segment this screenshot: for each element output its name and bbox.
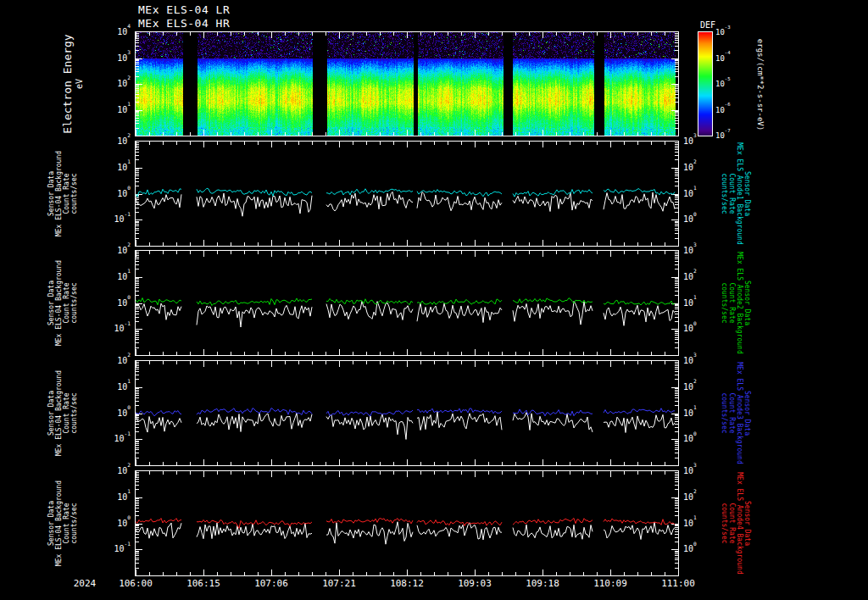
plot-title-hr: MEx ELS-04 HR (138, 17, 230, 30)
line-panel-right-label-line: Sensor Data (743, 471, 751, 575)
x-axis-tick-label: 107:06 (248, 578, 295, 589)
line-panel-right-label-line: Count Rate (728, 142, 736, 246)
line-panel-right-label-line: MEx ELS Anode3 Background (736, 361, 743, 465)
line-panel-3-canvas (136, 361, 678, 465)
line-panel-2-left-tick-label: 100 (90, 298, 131, 308)
line-panel-right-label-line: Count Rate (728, 361, 736, 465)
spectrogram-y-axis-label: Electron Energy eV (61, 32, 90, 136)
line-panel-right-label-line: Count Rate (728, 251, 736, 355)
line-panel-left-label-line: Sensor Data (47, 361, 55, 465)
line-panel-1-left-label: Sensor DataMEx ELS-04 BackgroundCount Ra… (47, 142, 80, 246)
line-panel-left-label-line: counts/sec (70, 471, 78, 575)
line-panel-left-label-line: MEx ELS-04 Background (55, 471, 63, 575)
line-panel-3-left-tick-label: 10-1 (90, 434, 131, 443)
line-panel-right-label-line: MEx ELS Anode1 Background (736, 142, 743, 246)
line-panel-3-left-label: Sensor DataMEx ELS-04 BackgroundCount Ra… (47, 361, 80, 465)
line-panel-3 (135, 360, 679, 466)
line-panel-2-right-label: Sensor DataMEx ELS Anode2 BackgroundCoun… (717, 251, 751, 355)
line-panel-4-left-tick-label: 10-1 (90, 544, 131, 553)
line-panel-right-label-line: counts/sec (721, 471, 728, 575)
line-panel-left-label-line: Count Rate (63, 251, 70, 355)
colorbar-tick-label: 10-6 (715, 106, 753, 114)
line-panel-left-label-line: Sensor Data (47, 471, 55, 575)
plot-root: MEx ELS-04 LR MEx ELS-04 HR Electron Ene… (0, 0, 868, 600)
line-panel-1-canvas (136, 142, 678, 246)
line-panel-left-label-line: counts/sec (70, 142, 78, 246)
line-panel-left-label-line: MEx ELS-04 Background (55, 142, 63, 246)
line-panel-left-label-line: Count Rate (63, 142, 70, 246)
line-panel-right-label-line: counts/sec (721, 142, 728, 246)
colorbar-unit-label: ergs/(cm**2-s-sr-eV) (754, 22, 765, 147)
line-panel-1-left-tick-label: 102 (90, 136, 131, 146)
line-panel-1-right-label: Sensor DataMEx ELS Anode1 BackgroundCoun… (717, 142, 751, 246)
line-panel-right-label-line: Sensor Data (743, 251, 751, 355)
colorbar (698, 31, 713, 136)
colorbar-tick-label: 10-7 (715, 131, 753, 140)
colorbar-tick-label: 10-3 (715, 28, 753, 36)
line-panel-left-label-line: counts/sec (70, 251, 78, 355)
line-panel-2-left-label: Sensor DataMEx ELS-04 BackgroundCount Ra… (47, 251, 80, 355)
line-panel-2-left-tick-label: 101 (90, 272, 131, 281)
spectrogram-panel-canvas (136, 32, 678, 136)
colorbar-tick-label: 10-5 (715, 80, 753, 88)
line-panel-1 (135, 141, 679, 247)
line-panel-left-label-line: Sensor Data (47, 251, 55, 355)
line-panel-4 (135, 470, 679, 576)
line-panel-left-label-line: Count Rate (63, 361, 70, 465)
x-axis-tick-label: 106:00 (112, 578, 159, 589)
line-panel-4-left-tick-label: 102 (90, 466, 131, 475)
colorbar-canvas (698, 32, 712, 136)
line-panel-right-label-line: Sensor Data (743, 361, 751, 465)
line-panel-3-right-label: Sensor DataMEx ELS Anode3 BackgroundCoun… (717, 361, 751, 465)
x-axis-tick-label: 108:12 (383, 578, 431, 589)
line-panel-4-left-tick-label: 100 (90, 519, 131, 528)
spectrogram-panel (135, 31, 679, 136)
x-axis-tick-label: 109:03 (451, 578, 498, 589)
line-panel-2-left-tick-label: 10-1 (90, 324, 131, 333)
x-axis-tick-label: 110:09 (587, 578, 634, 589)
x-axis-tick-label: 107:21 (315, 578, 363, 589)
line-panel-4-left-label: Sensor DataMEx ELS-04 BackgroundCount Ra… (47, 471, 80, 575)
line-panel-1-left-tick-label: 10-1 (90, 214, 131, 224)
colorbar-tick-label: 10-4 (715, 54, 753, 63)
spectrogram-y-axis-label-text: Electron Energy (61, 32, 75, 136)
x-axis-year-label: 2024 (59, 578, 110, 589)
line-panel-left-label-line: Sensor Data (47, 142, 55, 246)
x-axis-tick-label: 111:00 (654, 578, 702, 589)
line-panel-right-label-line: MEx ELS Anode2 Background (736, 251, 743, 355)
line-panel-right-label-line: MEx ELS Anode4 Background (736, 471, 743, 575)
line-panel-1-left-tick-label: 101 (90, 163, 131, 172)
line-panel-right-label-line: counts/sec (721, 361, 728, 465)
plot-title-lr: MEx ELS-04 LR (138, 3, 230, 16)
spectrogram-y-tick-label: 102 (90, 79, 131, 88)
line-panel-right-label-line: counts/sec (721, 251, 728, 355)
line-panel-4-canvas (136, 471, 678, 575)
line-panel-1-left-tick-label: 100 (90, 189, 131, 198)
spectrogram-y-tick-label: 104 (90, 27, 131, 36)
line-panel-2 (135, 250, 679, 356)
line-panel-4-right-label: Sensor DataMEx ELS Anode4 BackgroundCoun… (717, 471, 751, 575)
line-panel-left-label-line: MEx ELS-04 Background (55, 251, 63, 355)
line-panel-right-label-line: Count Rate (728, 471, 736, 575)
spectrogram-y-tick-label: 101 (90, 105, 131, 114)
line-panel-3-left-tick-label: 101 (90, 382, 131, 392)
line-panel-2-left-tick-label: 102 (90, 246, 131, 255)
x-axis-tick-label: 106:15 (180, 578, 227, 589)
line-panel-left-label-line: Count Rate (63, 471, 70, 575)
line-panel-left-label-line: counts/sec (70, 361, 78, 465)
line-panel-right-label-line: Sensor Data (743, 142, 751, 246)
line-panel-left-label-line: MEx ELS-04 Background (55, 361, 63, 465)
x-axis-tick-label: 109:18 (519, 578, 566, 589)
spectrogram-y-axis-unit: eV (75, 32, 85, 136)
line-panel-4-left-tick-label: 101 (90, 492, 131, 502)
line-panel-3-left-tick-label: 100 (90, 408, 131, 418)
line-panel-2-canvas (136, 251, 678, 355)
line-panel-3-left-tick-label: 102 (90, 356, 131, 365)
spectrogram-y-tick-label: 103 (90, 53, 131, 63)
